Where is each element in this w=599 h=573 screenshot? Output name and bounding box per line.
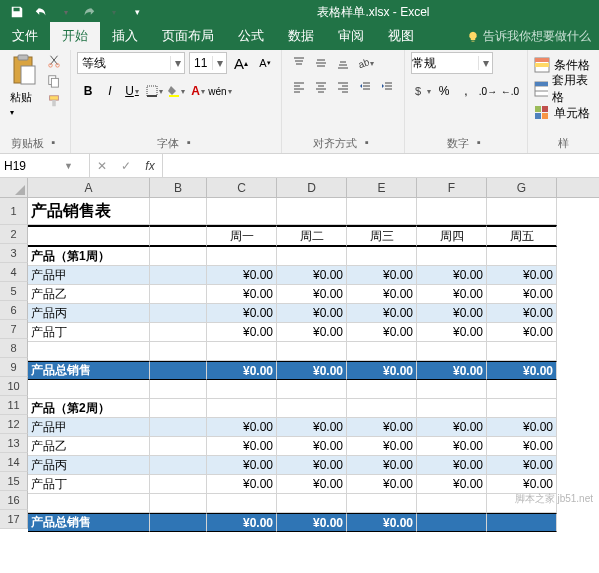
redo-icon[interactable] [78, 2, 100, 22]
row-header[interactable]: 13 [0, 434, 28, 453]
name-box-dropdown[interactable]: ▼ [64, 161, 73, 171]
cell[interactable]: ¥0.00 [277, 456, 347, 475]
cell[interactable]: 产品总销售 [28, 513, 150, 532]
align-right-button[interactable] [332, 76, 354, 98]
cell[interactable] [487, 247, 557, 266]
clipboard-dialog-launcher[interactable]: ▪ [48, 136, 60, 148]
cell[interactable]: 周三 [347, 225, 417, 247]
tab-formulas[interactable]: 公式 [226, 22, 276, 50]
cell[interactable]: ¥0.00 [347, 266, 417, 285]
format-painter-button[interactable] [44, 92, 64, 110]
cell[interactable]: ¥0.00 [347, 304, 417, 323]
cell[interactable]: 产品丁 [28, 323, 150, 342]
worksheet-grid[interactable]: A B C D E F G 1234567891011121314151617 … [0, 178, 599, 532]
row-header[interactable]: 2 [0, 225, 28, 244]
row-header[interactable]: 17 [0, 510, 28, 529]
cell[interactable]: ¥0.00 [277, 475, 347, 494]
cell[interactable]: 周二 [277, 225, 347, 247]
cell[interactable]: ¥0.00 [417, 266, 487, 285]
col-header[interactable]: B [150, 178, 207, 197]
cell[interactable]: ¥0.00 [207, 418, 277, 437]
cell[interactable] [150, 456, 207, 475]
cell[interactable]: 产品丙 [28, 456, 150, 475]
cell[interactable]: ¥0.00 [277, 513, 347, 532]
tab-file[interactable]: 文件 [0, 22, 50, 50]
number-format-combo[interactable]: 常规▾ [411, 52, 493, 74]
cell[interactable] [487, 198, 557, 225]
cell[interactable]: ¥0.00 [487, 323, 557, 342]
tell-me[interactable]: 告诉我你想要做什么 [459, 23, 599, 50]
cell[interactable] [150, 285, 207, 304]
cell[interactable] [347, 342, 417, 361]
chevron-down-icon[interactable]: ▾ [212, 56, 226, 70]
cell[interactable]: ¥0.00 [207, 513, 277, 532]
col-header[interactable]: G [487, 178, 557, 197]
cell[interactable]: ¥0.00 [417, 285, 487, 304]
cell[interactable]: 产品乙 [28, 285, 150, 304]
cell[interactable] [150, 437, 207, 456]
decrease-decimal-button[interactable]: ←.0 [499, 80, 521, 102]
tab-view[interactable]: 视图 [376, 22, 426, 50]
cell[interactable]: ¥0.00 [487, 361, 557, 380]
cell[interactable] [150, 198, 207, 225]
cell[interactable] [150, 304, 207, 323]
cell[interactable] [207, 399, 277, 418]
cell[interactable]: ¥0.00 [417, 475, 487, 494]
cell[interactable] [28, 342, 150, 361]
cell[interactable] [347, 399, 417, 418]
cell[interactable] [417, 494, 487, 513]
cell[interactable] [150, 399, 207, 418]
cell[interactable]: ¥0.00 [207, 266, 277, 285]
decrease-indent-button[interactable] [354, 76, 376, 98]
tab-review[interactable]: 审阅 [326, 22, 376, 50]
currency-button[interactable]: $ [411, 80, 433, 102]
align-dialog-launcher[interactable]: ▪ [361, 136, 373, 148]
format-as-table-button[interactable]: 套用表格 [534, 78, 593, 100]
cell[interactable]: ¥0.00 [417, 361, 487, 380]
qat-customize-icon[interactable]: ▾ [126, 2, 148, 22]
font-name-combo[interactable]: 等线▾ [77, 52, 185, 74]
cell[interactable]: 产品（第2周） [28, 399, 150, 418]
cell-styles-button[interactable]: 单元格 [534, 102, 593, 124]
cell[interactable] [277, 342, 347, 361]
row-header[interactable]: 11 [0, 396, 28, 415]
cell[interactable]: ¥0.00 [347, 475, 417, 494]
cell[interactable]: ¥0.00 [487, 285, 557, 304]
cell[interactable] [487, 342, 557, 361]
enter-formula-button[interactable]: ✓ [114, 159, 138, 173]
cell[interactable]: 产品甲 [28, 266, 150, 285]
cell[interactable] [28, 380, 150, 399]
cell[interactable]: 产品丙 [28, 304, 150, 323]
cell[interactable]: ¥0.00 [417, 304, 487, 323]
col-header[interactable]: E [347, 178, 417, 197]
cell[interactable] [277, 247, 347, 266]
cell[interactable] [28, 494, 150, 513]
tab-data[interactable]: 数据 [276, 22, 326, 50]
cell[interactable]: ¥0.00 [347, 285, 417, 304]
align-top-button[interactable] [288, 52, 310, 74]
border-button[interactable] [143, 80, 165, 102]
cell[interactable]: ¥0.00 [347, 361, 417, 380]
cell[interactable]: ¥0.00 [207, 361, 277, 380]
cell[interactable]: 周一 [207, 225, 277, 247]
col-header[interactable]: A [28, 178, 150, 197]
cell[interactable] [347, 380, 417, 399]
cell[interactable]: 产品总销售 [28, 361, 150, 380]
redo-dropdown-icon[interactable] [102, 2, 124, 22]
cell[interactable] [150, 513, 207, 532]
cell[interactable] [150, 342, 207, 361]
cell[interactable] [417, 399, 487, 418]
increase-indent-button[interactable] [376, 76, 398, 98]
row-header[interactable]: 6 [0, 301, 28, 320]
col-header[interactable]: D [277, 178, 347, 197]
cell[interactable] [417, 198, 487, 225]
align-middle-button[interactable] [310, 52, 332, 74]
cell[interactable] [150, 475, 207, 494]
row-header[interactable]: 9 [0, 358, 28, 377]
cell[interactable] [417, 342, 487, 361]
cell[interactable] [207, 494, 277, 513]
cell[interactable] [28, 225, 150, 247]
align-center-button[interactable] [310, 76, 332, 98]
cell[interactable]: ¥0.00 [487, 418, 557, 437]
cell[interactable]: ¥0.00 [277, 323, 347, 342]
